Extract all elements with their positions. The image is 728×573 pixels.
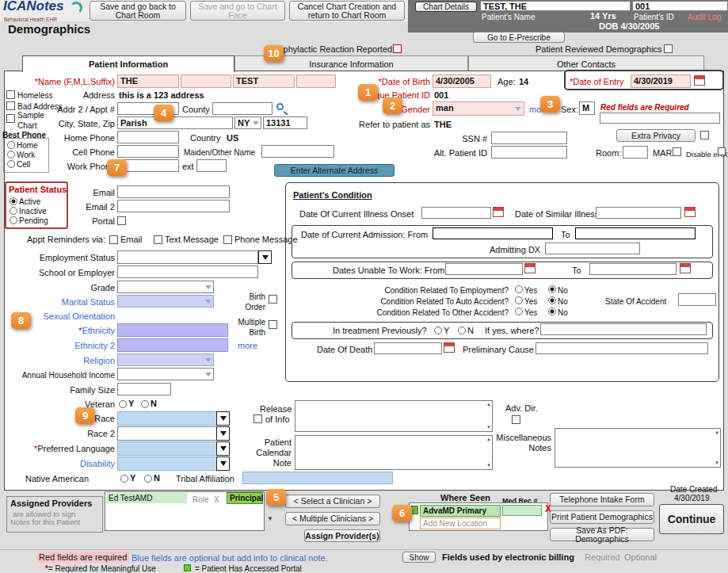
race-dropdown-icon[interactable] — [216, 411, 230, 426]
cell-phone-field[interactable] — [117, 145, 179, 158]
similar-illness-field[interactable] — [596, 207, 681, 219]
if-yes-where-field[interactable] — [540, 323, 707, 335]
admission-from-field[interactable] — [433, 227, 553, 239]
other-yes-radio[interactable] — [515, 308, 523, 315]
preliminary-cause-field[interactable] — [536, 342, 708, 354]
tab-patient-information[interactable]: Patient Information — [22, 55, 234, 72]
best-phone-work-radio[interactable] — [7, 151, 15, 159]
gender-field[interactable]: man — [433, 101, 524, 116]
state-of-accident-field[interactable] — [678, 293, 716, 306]
race2-field[interactable] — [117, 426, 230, 441]
family-size-field[interactable] — [117, 383, 171, 395]
save-pdf-button[interactable]: Save As PDF: Demographics — [550, 528, 654, 541]
household-income-field[interactable] — [117, 368, 214, 380]
grade-dropdown-icon[interactable] — [205, 285, 212, 289]
date-of-death-field[interactable] — [374, 342, 442, 354]
patient-calendar-note-textarea[interactable]: ▲▼ — [295, 435, 493, 470]
best-phone-home-radio[interactable] — [7, 141, 15, 149]
add-new-location-row[interactable]: Add New Location — [420, 518, 501, 529]
email-field[interactable] — [117, 185, 230, 198]
disability-field[interactable] — [117, 456, 230, 471]
admission-to-field[interactable] — [575, 227, 696, 239]
ethnicity-field[interactable] — [117, 323, 228, 337]
anaphylactic-checkbox[interactable] — [393, 44, 402, 53]
continue-button[interactable]: Continue — [659, 504, 724, 534]
bad-address-checkbox[interactable] — [6, 101, 15, 110]
date-of-death-calendar-icon[interactable] — [444, 342, 455, 353]
telephone-intake-button[interactable]: Telephone Intake Form — [550, 493, 654, 506]
marital-status-field[interactable] — [117, 295, 214, 308]
religion-field[interactable] — [117, 353, 214, 366]
save-back-chart-room-button[interactable]: Save and go back to Chart Room — [90, 1, 186, 21]
enter-alternate-address-button[interactable]: Enter Alternate Address — [274, 164, 394, 177]
date-of-entry-field[interactable]: 4/30/2019 — [631, 74, 691, 88]
extra-privacy-button[interactable]: Extra Privacy — [616, 129, 696, 142]
reviewed-demographics-checkbox[interactable] — [664, 44, 673, 53]
portal-checkbox[interactable] — [117, 216, 126, 225]
miscellaneous-notes-textarea[interactable]: ▲▼ — [555, 428, 721, 468]
reminder-text-checkbox[interactable] — [154, 235, 162, 244]
disability-dropdown-icon[interactable] — [216, 456, 230, 471]
multiple-birth-checkbox[interactable] — [269, 320, 277, 329]
scroll-up-icon[interactable]: ▲ — [486, 402, 491, 407]
eprescribe-button[interactable]: Go to E-Prescribe — [473, 32, 565, 43]
last-name-field[interactable]: TEST — [233, 74, 295, 88]
ethnicity2-field[interactable] — [117, 338, 228, 352]
print-demographics-button[interactable]: Print Patient Demographics — [550, 510, 654, 524]
other-no-radio[interactable] — [548, 308, 556, 315]
city-field[interactable]: Parish — [117, 117, 233, 129]
provider-row[interactable]: Ed TestAMD — [106, 493, 187, 503]
scroll-up-icon[interactable]: ▲ — [715, 430, 719, 435]
unable-from-field[interactable] — [445, 263, 523, 275]
cancel-chart-creation-button[interactable]: Cancel Chart Creation and return to Char… — [289, 1, 405, 21]
location-row[interactable]: AdvaMD Primary — [420, 505, 501, 517]
maiden-name-field[interactable] — [261, 145, 334, 158]
refer-to-patient-value[interactable]: THE — [434, 120, 452, 130]
employment-yes-radio[interactable] — [515, 285, 523, 293]
assign-providers-button[interactable]: Assign Provider(s) — [304, 529, 380, 542]
preferred-language-field[interactable] — [117, 441, 230, 456]
unable-from-calendar-icon[interactable] — [524, 263, 536, 273]
employment-no-radio[interactable] — [548, 285, 556, 293]
birth-order-checkbox[interactable] — [269, 295, 277, 304]
country-value[interactable]: US — [227, 133, 238, 143]
veteran-yes-radio[interactable] — [119, 400, 127, 408]
employment-status-field[interactable] — [117, 250, 258, 264]
adv-dir-checkbox[interactable] — [512, 415, 520, 424]
status-inactive-radio[interactable] — [10, 207, 17, 215]
extra-privacy-checkbox[interactable] — [700, 131, 709, 139]
unlabeled-field[interactable] — [600, 113, 720, 124]
illness-onset-field[interactable] — [421, 207, 491, 219]
illness-onset-calendar-icon[interactable] — [493, 207, 504, 217]
language-dropdown-icon[interactable] — [216, 441, 230, 456]
release-of-info-textarea[interactable]: ▲▼ — [295, 400, 493, 432]
admitting-dx-field[interactable] — [545, 243, 640, 254]
veteran-no-radio[interactable] — [141, 400, 149, 408]
religion-dropdown-icon[interactable] — [205, 358, 212, 362]
ssn-field[interactable] — [491, 132, 567, 144]
mar-checkbox[interactable] — [673, 147, 681, 156]
status-active-radio[interactable] — [10, 197, 17, 205]
release-of-info-checkbox[interactable] — [253, 414, 262, 423]
county-search-icon[interactable] — [276, 103, 284, 110]
race-field[interactable] — [117, 411, 230, 426]
grade-field[interactable] — [117, 281, 214, 293]
auto-yes-radio[interactable] — [515, 296, 523, 304]
income-dropdown-icon[interactable] — [205, 372, 212, 376]
scroll-down-icon[interactable]: ▼ — [715, 460, 719, 466]
best-phone-cell-radio[interactable] — [7, 160, 15, 168]
tab-other-contacts[interactable]: Other Contacts — [468, 55, 704, 71]
reminder-email-checkbox[interactable] — [109, 235, 118, 244]
email2-field[interactable] — [117, 200, 230, 212]
native-yes-radio[interactable] — [120, 475, 128, 483]
med-rec-field[interactable] — [502, 505, 542, 516]
school-employer-field[interactable] — [117, 265, 258, 278]
home-phone-field[interactable] — [117, 131, 179, 143]
status-pending-radio[interactable] — [10, 216, 17, 224]
room-field[interactable] — [623, 146, 648, 159]
show-button[interactable]: Show — [402, 552, 436, 563]
auto-no-radio[interactable] — [548, 296, 556, 304]
ext-field[interactable] — [196, 159, 227, 172]
provider-list-down-icon[interactable]: ▼ — [267, 514, 273, 524]
date-of-birth-field[interactable]: 4/30/2005 — [433, 74, 491, 88]
